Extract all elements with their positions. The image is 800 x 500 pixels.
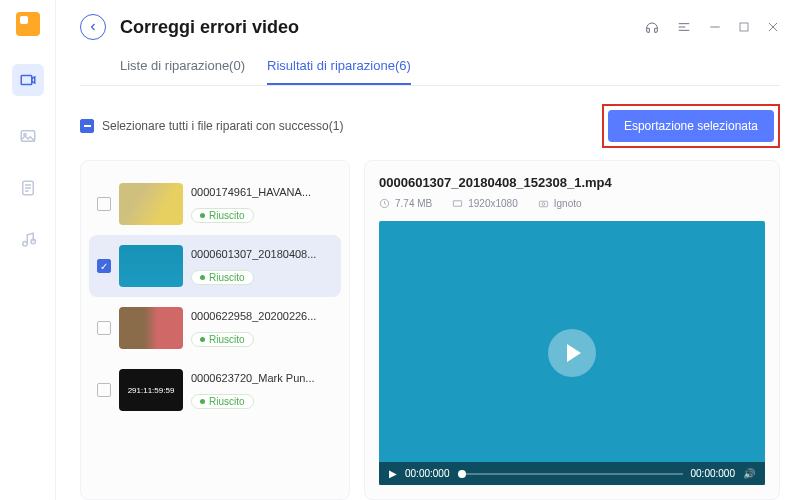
item-checkbox[interactable] — [97, 321, 111, 335]
file-list: 0000174961_HAVANA... Riuscito 0000601307… — [80, 160, 350, 500]
item-info: 0000174961_HAVANA... Riuscito — [191, 186, 333, 223]
item-name: 0000174961_HAVANA... — [191, 186, 333, 198]
item-thumbnail — [119, 183, 183, 225]
video-preview: ▶ 00:00:000 00:00:000 🔊 — [379, 221, 765, 485]
sidebar — [0, 0, 56, 500]
svg-rect-8 — [454, 201, 462, 207]
item-name: 0000623720_Mark Pun... — [191, 372, 333, 384]
close-icon[interactable] — [766, 19, 780, 35]
svg-rect-6 — [740, 23, 748, 31]
item-info: 0000622958_20200226... Riuscito — [191, 310, 333, 347]
meta-size: 7.74 MB — [379, 198, 432, 209]
back-button[interactable] — [80, 14, 106, 40]
volume-icon[interactable]: 🔊 — [743, 468, 755, 479]
tabs: Liste di riparazione(0) Risultati di rip… — [80, 50, 780, 86]
play-button[interactable] — [548, 329, 596, 377]
meta-resolution: 1920x1080 — [452, 198, 518, 209]
list-item[interactable]: 0000601307_20180408... Riuscito — [89, 235, 341, 297]
sidebar-video-icon[interactable] — [12, 64, 44, 96]
window-controls — [644, 19, 780, 35]
page-title: Correggi errori video — [120, 17, 299, 38]
sidebar-document-icon[interactable] — [16, 176, 40, 200]
select-all-label: Selezionare tutti i file riparati con su… — [102, 119, 343, 133]
svg-rect-9 — [539, 201, 547, 207]
sidebar-photo-icon[interactable] — [16, 124, 40, 148]
list-item[interactable]: 0000174961_HAVANA... Riuscito — [89, 173, 341, 235]
status-badge: Riuscito — [191, 394, 254, 409]
preview-meta: 7.74 MB 1920x1080 Ignoto — [379, 198, 765, 209]
svg-point-10 — [542, 203, 545, 206]
progress-bar[interactable] — [458, 473, 683, 475]
list-item[interactable]: 0000622958_20200226... Riuscito — [89, 297, 341, 359]
minimize-icon[interactable] — [708, 19, 722, 35]
item-checkbox[interactable] — [97, 383, 111, 397]
item-name: 0000601307_20180408... — [191, 248, 333, 260]
item-checkbox[interactable] — [97, 259, 111, 273]
toolbar: Selezionare tutti i file riparati con su… — [80, 96, 780, 160]
meta-camera: Ignoto — [538, 198, 582, 209]
status-badge: Riuscito — [191, 332, 254, 347]
status-badge: Riuscito — [191, 208, 254, 223]
app-logo — [16, 12, 40, 36]
list-item[interactable]: 291:11:59:59 0000623720_Mark Pun... Rius… — [89, 359, 341, 421]
export-selected-button[interactable]: Esportazione selezionata — [608, 110, 774, 142]
select-all-checkbox[interactable] — [80, 119, 94, 133]
time-current: 00:00:000 — [405, 468, 450, 479]
select-all[interactable]: Selezionare tutti i file riparati con su… — [80, 119, 343, 133]
item-thumbnail: 291:11:59:59 — [119, 369, 183, 411]
video-controls: ▶ 00:00:000 00:00:000 🔊 — [379, 462, 765, 485]
play-small-icon[interactable]: ▶ — [389, 468, 397, 479]
tab-repair-list[interactable]: Liste di riparazione(0) — [120, 50, 245, 85]
item-thumbnail — [119, 307, 183, 349]
menu-icon[interactable] — [676, 19, 692, 35]
sidebar-audio-icon[interactable] — [16, 228, 40, 252]
item-info: 0000623720_Mark Pun... Riuscito — [191, 372, 333, 409]
preview-panel: 0000601307_20180408_152308_1.mp4 7.74 MB… — [364, 160, 780, 500]
content: 0000174961_HAVANA... Riuscito 0000601307… — [80, 160, 780, 500]
item-name: 0000622958_20200226... — [191, 310, 333, 322]
item-thumbnail — [119, 245, 183, 287]
highlight-box: Esportazione selezionata — [602, 104, 780, 148]
main: Correggi errori video Liste di riparazio… — [56, 0, 800, 500]
preview-title: 0000601307_20180408_152308_1.mp4 — [379, 175, 765, 190]
maximize-icon[interactable] — [738, 19, 750, 35]
item-checkbox[interactable] — [97, 197, 111, 211]
tab-repair-results[interactable]: Risultati di riparazione(6) — [267, 50, 411, 85]
item-overlay: 291:11:59:59 — [128, 386, 175, 395]
svg-rect-0 — [21, 76, 32, 85]
support-icon[interactable] — [644, 19, 660, 35]
status-badge: Riuscito — [191, 270, 254, 285]
item-info: 0000601307_20180408... Riuscito — [191, 248, 333, 285]
time-total: 00:00:000 — [691, 468, 736, 479]
titlebar: Correggi errori video — [80, 14, 780, 40]
